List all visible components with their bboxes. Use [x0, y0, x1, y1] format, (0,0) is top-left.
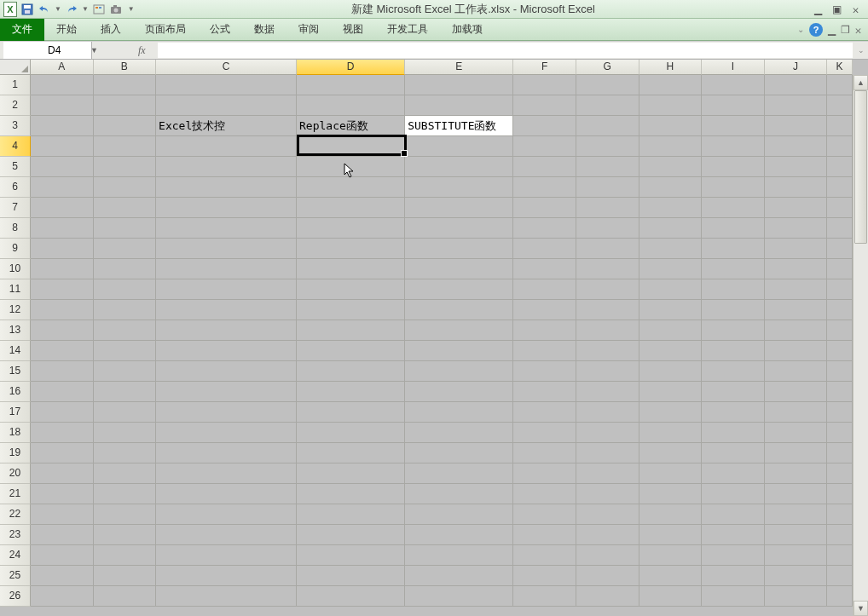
cell[interactable]: Replace函数	[297, 116, 405, 136]
cell[interactable]	[827, 177, 853, 198]
cell[interactable]	[31, 443, 94, 463]
cell[interactable]	[639, 259, 703, 279]
cell[interactable]	[405, 545, 513, 566]
cell[interactable]	[156, 504, 297, 525]
cell[interactable]	[156, 545, 297, 566]
cell[interactable]	[827, 239, 853, 259]
row-header[interactable]: 11	[0, 279, 31, 300]
cell[interactable]	[94, 566, 157, 586]
cell[interactable]	[31, 95, 94, 116]
cell[interactable]	[827, 116, 853, 136]
cell[interactable]	[765, 382, 828, 402]
ribbon-tab[interactable]: 插入	[89, 19, 133, 41]
cell[interactable]	[576, 95, 639, 116]
cell[interactable]	[513, 218, 576, 239]
cell[interactable]	[405, 218, 513, 239]
cell[interactable]	[405, 259, 513, 279]
row-header[interactable]: 24	[0, 545, 31, 566]
cell[interactable]	[702, 177, 765, 198]
cell[interactable]	[765, 136, 828, 157]
cell[interactable]	[31, 484, 94, 504]
ribbon-tab[interactable]: 开始	[44, 19, 89, 41]
cell[interactable]	[156, 157, 297, 177]
cell[interactable]	[827, 443, 853, 463]
cell[interactable]	[513, 300, 576, 320]
cell[interactable]	[639, 136, 703, 157]
cell[interactable]	[639, 320, 703, 341]
cell[interactable]	[156, 75, 297, 95]
cell[interactable]	[94, 504, 157, 525]
cell[interactable]	[297, 75, 405, 95]
cell[interactable]	[765, 218, 828, 239]
row-header[interactable]: 7	[0, 198, 31, 218]
row-header[interactable]: 13	[0, 320, 31, 341]
column-header[interactable]: K	[827, 60, 853, 75]
row-header[interactable]: 14	[0, 341, 31, 361]
file-tab[interactable]: 文件	[0, 19, 44, 41]
cell[interactable]	[405, 504, 513, 525]
cell[interactable]	[297, 525, 405, 545]
cell[interactable]	[31, 545, 94, 566]
scroll-up-icon[interactable]: ▲	[854, 75, 868, 90]
cell[interactable]	[405, 136, 513, 157]
cell[interactable]	[513, 95, 576, 116]
cell[interactable]	[513, 443, 576, 463]
cell[interactable]	[702, 586, 765, 607]
cell[interactable]	[576, 116, 639, 136]
cell[interactable]	[576, 341, 639, 361]
cell[interactable]	[405, 95, 513, 116]
cell[interactable]	[765, 239, 828, 259]
cell[interactable]	[405, 586, 513, 607]
row-header[interactable]: 12	[0, 300, 31, 320]
cell[interactable]	[94, 320, 157, 341]
redo-dropdown-icon[interactable]: ▼	[82, 5, 89, 13]
cell[interactable]	[639, 157, 703, 177]
cell[interactable]	[639, 423, 703, 443]
cell[interactable]	[827, 586, 853, 607]
cell[interactable]	[702, 239, 765, 259]
cell[interactable]	[297, 566, 405, 586]
cell[interactable]	[765, 463, 828, 484]
cell[interactable]	[702, 198, 765, 218]
cell[interactable]	[31, 586, 94, 607]
row-header[interactable]: 10	[0, 259, 31, 279]
cell[interactable]	[827, 463, 853, 484]
cell[interactable]	[405, 279, 513, 300]
cell[interactable]	[297, 484, 405, 504]
row-header[interactable]: 4	[0, 136, 31, 157]
cell[interactable]	[513, 157, 576, 177]
cell[interactable]	[513, 259, 576, 279]
cell[interactable]	[639, 177, 703, 198]
formula-input[interactable]	[158, 43, 853, 58]
cell[interactable]	[765, 95, 828, 116]
cell[interactable]	[405, 341, 513, 361]
doc-close-icon[interactable]: ⨉	[855, 24, 861, 36]
cell[interactable]	[765, 566, 828, 586]
cell[interactable]	[702, 259, 765, 279]
cell[interactable]	[576, 423, 639, 443]
cell[interactable]	[405, 300, 513, 320]
cell[interactable]	[94, 586, 157, 607]
cell[interactable]	[702, 463, 765, 484]
cell[interactable]	[405, 423, 513, 443]
cell[interactable]	[297, 463, 405, 484]
cell[interactable]	[702, 341, 765, 361]
excel-logo-icon[interactable]: X	[3, 3, 17, 16]
cell[interactable]	[156, 95, 297, 116]
column-header[interactable]: I	[702, 60, 765, 75]
name-box-input[interactable]	[48, 44, 90, 56]
cell[interactable]	[827, 423, 853, 443]
ribbon-tab[interactable]: 开发工具	[375, 19, 440, 41]
cell[interactable]	[513, 463, 576, 484]
cell[interactable]	[405, 75, 513, 95]
cell[interactable]: Excel技术控	[156, 116, 297, 136]
cell[interactable]	[702, 545, 765, 566]
qat-tool-icon[interactable]	[92, 3, 106, 16]
cell[interactable]	[297, 218, 405, 239]
cell[interactable]	[702, 157, 765, 177]
cell[interactable]	[297, 279, 405, 300]
ribbon-minimize-icon[interactable]: ⌄	[797, 25, 804, 34]
cell[interactable]	[765, 198, 828, 218]
cell[interactable]	[765, 116, 828, 136]
cell[interactable]	[94, 525, 157, 545]
